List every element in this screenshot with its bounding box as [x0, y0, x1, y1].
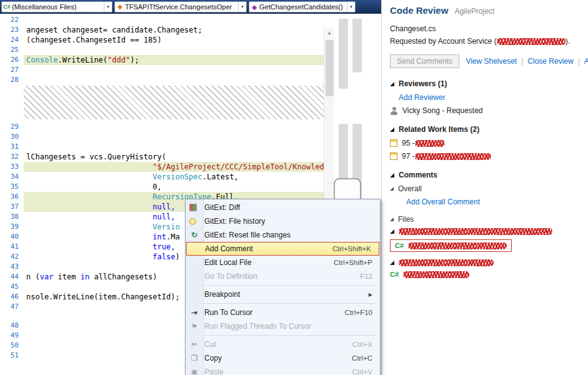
menu-item-cut: CutCtrl+X — [186, 338, 380, 351]
line-number: 36 — [0, 192, 24, 202]
menu-item-label: GitExt: Diff — [204, 203, 240, 212]
section-expanded-icon — [390, 261, 394, 265]
blank-icon — [189, 272, 199, 281]
actions-link[interactable]: Actions — [584, 57, 588, 66]
menu-item-breakpoint[interactable]: Breakpoint▶ — [186, 288, 380, 301]
line-number: 41 — [0, 242, 24, 252]
scrollbar-thumb[interactable] — [326, 40, 334, 96]
csharp-project-icon: C# — [2, 4, 12, 10]
comments-section-header[interactable]: Comments — [390, 171, 582, 179]
blank-icon — [189, 258, 199, 267]
menu-item-copy[interactable]: CopyCtrl+C — [186, 351, 380, 365]
comment-marker-box — [143, 56, 151, 64]
flag-icon — [189, 322, 199, 331]
file-group-header[interactable] — [390, 259, 582, 266]
menu-item-edit-local-file[interactable]: Edit Local FileCtrl+Shift+P — [186, 256, 380, 269]
line-number: 33 — [0, 162, 24, 172]
work-item[interactable]: 95 - — [390, 139, 582, 148]
chevron-down-icon: ▾ — [238, 2, 246, 12]
menu-shortcut: Ctrl+V — [352, 368, 372, 375]
line-number: 48 — [0, 321, 24, 331]
project-dropdown[interactable]: C# (Miscellaneous Files) ▾ — [1, 1, 112, 12]
reviewers-section-title: Reviewers (1) — [399, 79, 447, 88]
menu-item-label: Add Comment — [205, 244, 253, 253]
file-group-header[interactable] — [390, 228, 582, 235]
close-review-link[interactable]: Close Review — [527, 57, 573, 66]
code-text[interactable] — [24, 132, 324, 142]
line-number: 43 — [0, 262, 24, 272]
redaction-scribble — [403, 271, 469, 278]
code-text[interactable] — [24, 65, 324, 75]
code-text[interactable]: 0, — [24, 182, 324, 192]
line-number: 28 — [0, 75, 24, 85]
work-item-icon — [390, 152, 397, 160]
annotation-bar — [339, 19, 348, 89]
menu-item-gitext-file-history[interactable]: GitExt: File history — [186, 214, 380, 228]
reviewers-section-header[interactable]: Reviewers (1) — [390, 79, 582, 88]
file-comment-item[interactable]: C# — [390, 271, 582, 278]
add-overall-comment-link[interactable]: Add Overall Comment — [406, 198, 480, 206]
comments-section-title: Comments — [399, 171, 437, 179]
line-number: 39 — [0, 222, 24, 232]
code-text[interactable]: angeset changeset= candidate.Changeset; — [24, 25, 324, 35]
code-line: 27 — [0, 65, 324, 75]
menu-item-label: Paste — [204, 368, 224, 375]
reset-icon — [189, 231, 199, 239]
code-text[interactable]: Console.WriteLine("ddd"); — [24, 55, 324, 65]
member-dropdown[interactable]: ◆ GetChangesetCandidates() ▾ — [249, 1, 356, 12]
work-items-section-header[interactable]: Related Work Items (2) — [390, 125, 582, 134]
code-line: 24(changeset.ChangesetId == 185) — [0, 35, 324, 45]
line-number: 34 — [0, 172, 24, 182]
line-number: 27 — [0, 65, 24, 75]
code-text[interactable] — [24, 45, 324, 55]
menu-item-add-comment[interactable]: Add CommentCtrl+Shift+K — [186, 242, 379, 256]
work-items-section-title: Related Work Items (2) — [399, 125, 479, 134]
project-dropdown-label: (Miscellaneous Files) — [12, 3, 104, 11]
type-dropdown[interactable]: ❖ TFSAPITfService.ChangesetsOper ▾ — [114, 1, 247, 12]
code-text[interactable] — [24, 15, 324, 25]
menu-shortcut: F12 — [360, 272, 372, 280]
line-number: 40 — [0, 232, 24, 242]
code-text[interactable]: "$/AgileProject/CCC/SimpleTool/Knowled — [24, 162, 324, 172]
code-line: 35 0, — [0, 182, 324, 192]
method-icon: ◆ — [249, 4, 259, 11]
line-number: 49 — [0, 331, 24, 341]
redaction-scribble — [399, 259, 494, 266]
member-dropdown-label: GetChangesetCandidates() — [259, 3, 347, 11]
add-reviewer-link[interactable]: Add Reviewer — [399, 93, 446, 102]
line-number: 42 — [0, 252, 24, 262]
line-number: 22 — [0, 15, 24, 25]
menu-separator — [204, 335, 376, 336]
file-comment-item[interactable]: C# — [390, 239, 582, 252]
view-shelveset-link[interactable]: View Shelveset — [466, 57, 517, 66]
scrollbar-up-arrow-icon[interactable]: ▲ — [324, 28, 334, 38]
menu-item-run-to-cursor[interactable]: Run To CursorCtrl+F10 — [186, 306, 380, 319]
menu-item-gitext-diff[interactable]: GitExt: Diff — [186, 201, 380, 214]
code-text[interactable]: (changeset.ChangesetId == 185) — [24, 35, 324, 45]
redaction-scribble — [415, 153, 491, 160]
code-text[interactable] — [24, 75, 324, 85]
line-number: 26 — [0, 55, 24, 65]
cursor-icon — [189, 308, 199, 317]
code-line: 32lChangesets = vcs.QueryHistory( — [0, 152, 324, 162]
work-item-id: 97 - — [402, 152, 415, 161]
line-number: 46 — [0, 292, 24, 302]
menu-item-gitext-reset-file-changes[interactable]: GitExt: Reset file changes — [186, 228, 380, 242]
collapsed-region-hatch — [24, 86, 324, 119]
code-text[interactable]: VersionSpec.Latest, — [24, 172, 324, 182]
overall-subsection-header[interactable]: Overall — [390, 184, 582, 193]
work-item[interactable]: 97 - — [390, 152, 582, 161]
link-separator: | — [578, 57, 580, 66]
person-icon — [390, 107, 398, 115]
code-text[interactable]: lChangesets = vcs.QueryHistory( — [24, 152, 324, 162]
line-number: 25 — [0, 45, 24, 55]
overall-label: Overall — [398, 184, 422, 193]
reviewer-item[interactable]: Vicky Song - Requested — [390, 106, 582, 115]
files-subsection-header[interactable]: Files — [390, 215, 582, 224]
section-expanded-icon — [390, 82, 394, 86]
code-text[interactable] — [24, 122, 324, 132]
line-number: 30 — [0, 132, 24, 142]
code-text[interactable] — [24, 142, 324, 152]
line-number: 24 — [0, 35, 24, 45]
menu-item-label: Run Flagged Threads To Cursor — [204, 322, 311, 331]
